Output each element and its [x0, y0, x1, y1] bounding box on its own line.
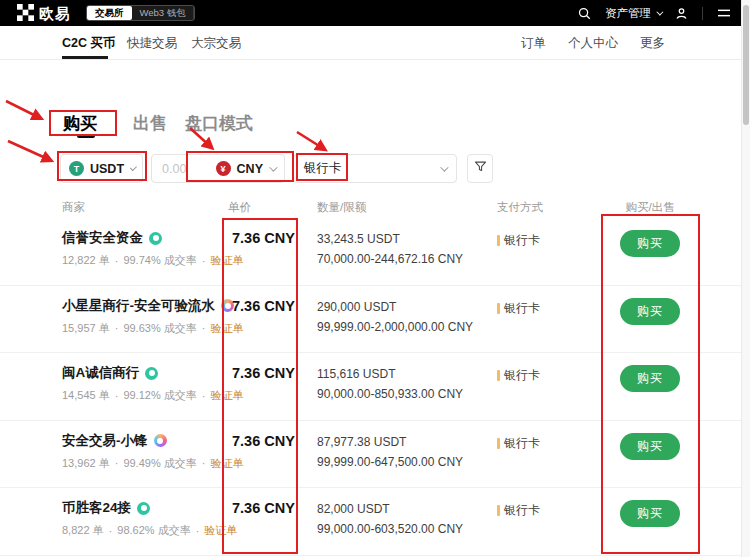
payment-color-bar	[497, 438, 500, 449]
toggle-exchange[interactable]: 交易所	[87, 6, 132, 20]
merchant-name-line: 闽A诚信商行	[62, 364, 158, 382]
available-amount: 82,000 USDT	[317, 499, 463, 519]
payment-method: 银行卡	[504, 300, 540, 317]
merchant-name[interactable]: 闽A诚信商行	[62, 364, 139, 382]
merchant-badge-icon	[137, 502, 150, 515]
table-row: 币胜客24接 8,822 单 · 98.62% 成交率 · 验证单 7.36 C…	[0, 488, 750, 556]
table-row: 安全交易-小锋 13,962 单 · 99.49% 成交率 · 验证单 7.36…	[0, 421, 750, 489]
dot-separator: ·	[202, 255, 206, 267]
okx-logo-icon	[17, 4, 34, 25]
order-count: 15,957 单	[62, 321, 110, 336]
buy-button[interactable]: 购买	[620, 365, 680, 392]
buy-button[interactable]: 购买	[620, 298, 680, 325]
header-amount-limit: 数量/限额	[317, 200, 366, 215]
verified-order-label: 验证单	[210, 321, 243, 336]
profile-icon[interactable]	[674, 6, 689, 21]
payment-method-cell: 银行卡	[497, 300, 540, 317]
buy-button[interactable]: 购买	[620, 500, 680, 527]
nav-c2c-buy[interactable]: C2C 买币	[62, 35, 115, 52]
limit-range: 70,000.00-244,672.16 CNY	[317, 249, 463, 269]
unit-price: 7.36 CNY	[232, 500, 295, 516]
merchant-name[interactable]: 币胜客24接	[62, 499, 131, 517]
table-row: 信誉安全资金 12,822 单 · 99.74% 成交率 · 验证单 7.36 …	[0, 218, 750, 286]
verified-order-label: 验证单	[210, 253, 243, 268]
assets-menu[interactable]: 资产管理	[605, 6, 661, 21]
limit-range: 99,999.00-2,000,000.00 CNY	[317, 317, 473, 337]
filter-button[interactable]	[467, 154, 493, 183]
tab-orderbook-mode[interactable]: 盘口模式	[185, 112, 253, 135]
payment-method: 银行卡	[504, 502, 540, 519]
annotation-arrow-usdt	[8, 141, 50, 160]
amount-limit-cell: 290,000 USDT 99,999.00-2,000,000.00 CNY	[317, 297, 473, 337]
dot-separator: ·	[115, 322, 119, 334]
active-nav-underline	[62, 56, 108, 59]
payment-color-bar	[497, 505, 500, 516]
amount-input[interactable]	[152, 162, 204, 176]
available-amount: 115,616 USDT	[317, 364, 463, 384]
amount-limit-cell: 115,616 USDT 90,000.00-850,933.00 CNY	[317, 364, 463, 404]
okx-logo[interactable]: 欧易	[17, 4, 71, 25]
merchant-name[interactable]: 小星星商行-安全可验流水	[62, 297, 215, 315]
nav-more[interactable]: 更多	[640, 35, 665, 52]
search-icon[interactable]	[577, 6, 592, 21]
dot-separator: ·	[202, 457, 206, 469]
payment-color-bar	[497, 370, 500, 381]
limit-range: 99,999.00-647,500.00 CNY	[317, 452, 463, 472]
merchant-name-line: 安全交易-小锋	[62, 432, 167, 450]
toggle-web3-wallet[interactable]: Web3 钱包	[132, 6, 194, 20]
payment-method: 银行卡	[504, 367, 540, 384]
dot-separator: ·	[202, 390, 206, 402]
payment-method-cell: 银行卡	[497, 367, 540, 384]
amount-limit-cell: 33,243.5 USDT 70,000.00-244,672.16 CNY	[317, 229, 463, 269]
topbar: 欧易 交易所 Web3 钱包 资产管理	[0, 0, 750, 26]
merchant-stats: 14,545 单 · 99.12% 成交率 · 验证单	[62, 388, 243, 403]
table-row: 小星星商行-安全可验流水 15,957 单 · 99.63% 成交率 · 验证单…	[0, 286, 750, 354]
limit-range: 99,000.00-603,520.00 CNY	[317, 519, 463, 539]
tab-sell[interactable]: 出售	[133, 112, 167, 135]
payment-method-select[interactable]: 银行卡	[293, 154, 457, 183]
dot-separator: ·	[115, 255, 119, 267]
amount-filter-group: ¥ CNY	[151, 154, 285, 183]
dot-separator: ·	[109, 525, 113, 537]
chevron-down-icon	[656, 8, 663, 15]
merchant-badge-icon	[145, 367, 158, 380]
nav-block-trade[interactable]: 大宗交易	[191, 35, 241, 52]
annotation-arrow-buy-tab	[6, 101, 40, 118]
merchant-name-line: 币胜客24接	[62, 499, 150, 517]
merchant-badge-icon	[154, 434, 167, 447]
dot-separator: ·	[115, 390, 119, 402]
topbar-right: 资产管理	[577, 0, 732, 26]
limit-range: 90,000.00-850,933.00 CNY	[317, 384, 463, 404]
nav-profile-center[interactable]: 个人中心	[568, 35, 618, 52]
available-amount: 290,000 USDT	[317, 297, 473, 317]
scrollbar[interactable]	[741, 0, 750, 557]
merchant-name[interactable]: 安全交易-小锋	[62, 432, 148, 450]
unit-price: 7.36 CNY	[232, 298, 295, 314]
merchant-name[interactable]: 信誉安全资金	[62, 229, 143, 247]
completion-rate: 99.63% 成交率	[123, 321, 196, 336]
completion-rate: 99.74% 成交率	[123, 253, 196, 268]
buy-button[interactable]: 购买	[620, 230, 680, 257]
nav-express-trade[interactable]: 快捷交易	[127, 35, 177, 52]
buy-button[interactable]: 购买	[620, 433, 680, 460]
scrollbar-thumb[interactable]	[743, 5, 749, 125]
fiat-select[interactable]: ¥ CNY	[216, 161, 284, 176]
menu-icon[interactable]	[716, 6, 732, 20]
payment-color-bar	[497, 303, 500, 314]
secondary-nav: C2C 买币 快捷交易 大宗交易 订单 个人中心 更多	[0, 26, 750, 60]
okx-c2c-page: 欧易 交易所 Web3 钱包 资产管理	[0, 0, 750, 557]
nav-orders[interactable]: 订单	[521, 35, 546, 52]
tab-buy[interactable]: 购买	[63, 112, 97, 135]
header-buy-sell: 购买/出售	[618, 200, 682, 215]
verified-order-label: 验证单	[210, 388, 243, 403]
chevron-down-icon	[130, 164, 137, 171]
header-price: 单价	[228, 200, 251, 215]
crypto-select[interactable]: T USDT	[60, 154, 143, 183]
payment-select-value: 银行卡	[304, 160, 342, 177]
chevron-down-icon	[440, 163, 448, 171]
merchant-badge-icon	[149, 232, 162, 245]
merchant-list: 信誉安全资金 12,822 单 · 99.74% 成交率 · 验证单 7.36 …	[0, 218, 750, 556]
payment-method-cell: 银行卡	[497, 232, 540, 249]
verified-order-label: 验证单	[204, 523, 237, 538]
payment-color-bar	[497, 235, 500, 246]
